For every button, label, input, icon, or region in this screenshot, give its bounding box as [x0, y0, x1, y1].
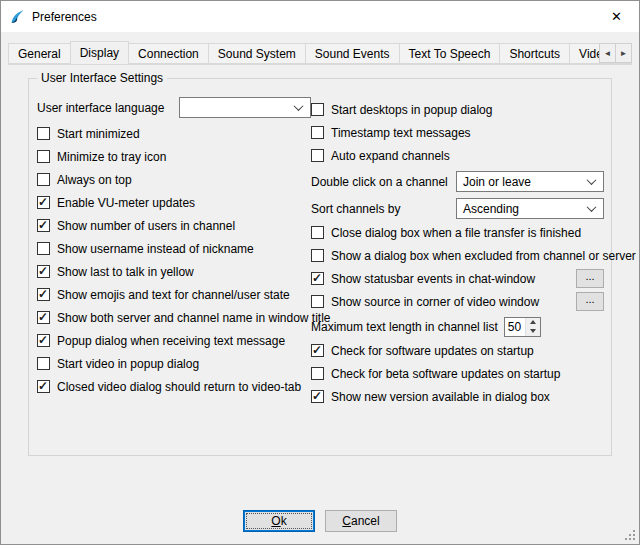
always-on-top-label: Always on top — [57, 173, 132, 187]
video-popup-checkbox[interactable] — [37, 357, 50, 370]
tab-general[interactable]: General — [8, 43, 71, 64]
video-source-checkbox[interactable] — [311, 295, 324, 308]
file-transfer-checkbox[interactable] — [311, 226, 324, 239]
tab-scroll-left-button[interactable]: ◄ — [599, 43, 616, 63]
timestamp-checkbox[interactable] — [311, 126, 324, 139]
beta-updates-row[interactable]: Check for beta software updates on start… — [311, 362, 604, 385]
double-click-row: Double click on a channel Join or leave — [311, 169, 604, 194]
minimize-to-tray-label: Minimize to tray icon — [57, 150, 166, 164]
close-button[interactable]: ✕ — [594, 1, 639, 32]
start-minimized-label: Start minimized — [57, 127, 140, 141]
window-title-row[interactable]: Show both server and channel name in win… — [37, 306, 311, 329]
beta-updates-label: Check for beta software updates on start… — [331, 367, 560, 381]
dialog-buttons: Ok Cancel — [28, 510, 612, 544]
tab-text-to-speech[interactable]: Text To Speech — [399, 43, 501, 64]
file-transfer-row[interactable]: Close dialog box when a file transfer is… — [311, 221, 604, 244]
language-select[interactable] — [179, 97, 311, 118]
tab-display[interactable]: Display — [70, 41, 129, 64]
always-on-top-row[interactable]: Always on top — [37, 168, 311, 191]
new-version-checkbox[interactable] — [311, 390, 324, 403]
minimize-to-tray-row[interactable]: Minimize to tray icon — [37, 145, 311, 168]
chevron-down-icon — [294, 101, 304, 111]
double-click-label: Double click on a channel — [311, 175, 448, 189]
statusbar-events-checkbox[interactable] — [311, 272, 324, 285]
video-return-row[interactable]: Closed video dialog should return to vid… — [37, 375, 311, 398]
minimize-to-tray-checkbox[interactable] — [37, 150, 50, 163]
video-return-checkbox[interactable] — [37, 380, 50, 393]
username-row[interactable]: Show username instead of nickname — [37, 237, 311, 260]
beta-updates-checkbox[interactable] — [311, 367, 324, 380]
left-column: User interface language Start minimized … — [37, 95, 311, 408]
start-minimized-checkbox[interactable] — [37, 127, 50, 140]
double-click-combo[interactable]: Join or leave — [456, 171, 604, 192]
tabs: General Display Connection Sound System … — [8, 41, 632, 64]
statusbar-events-config-button[interactable]: ... — [576, 269, 604, 288]
chevron-down-icon — [587, 175, 597, 185]
tab-connection[interactable]: Connection — [128, 43, 209, 64]
video-return-label: Closed video dialog should return to vid… — [57, 380, 301, 394]
desktops-popup-checkbox[interactable] — [311, 103, 324, 116]
desktops-popup-row[interactable]: Start desktops in popup dialog — [311, 98, 604, 121]
sort-channels-combo[interactable]: Ascending — [456, 198, 604, 219]
software-updates-checkbox[interactable] — [311, 344, 324, 357]
vu-meter-checkbox[interactable] — [37, 196, 50, 209]
software-updates-row[interactable]: Check for software updates on startup — [311, 339, 604, 362]
spinner-up-icon[interactable] — [526, 318, 540, 327]
app-icon — [9, 9, 25, 25]
always-on-top-checkbox[interactable] — [37, 173, 50, 186]
video-popup-row[interactable]: Start video in popup dialog — [37, 352, 311, 375]
auto-expand-row[interactable]: Auto expand channels — [311, 144, 604, 167]
spinner-down-icon[interactable] — [526, 327, 540, 336]
max-text-length-label: Maximum text length in channel list — [311, 320, 498, 334]
new-version-row[interactable]: Show new version available in dialog box — [311, 385, 604, 408]
chevron-down-icon — [587, 202, 597, 212]
timestamp-row[interactable]: Timestamp text messages — [311, 121, 604, 144]
popup-message-row[interactable]: Popup dialog when receiving text message — [37, 329, 311, 352]
emojis-checkbox[interactable] — [37, 288, 50, 301]
user-count-row[interactable]: Show number of users in channel — [37, 214, 311, 237]
username-checkbox[interactable] — [37, 242, 50, 255]
ok-button[interactable]: Ok — [243, 510, 315, 532]
user-count-checkbox[interactable] — [37, 219, 50, 232]
cancel-button[interactable]: Cancel — [325, 510, 397, 532]
user-count-label: Show number of users in channel — [57, 219, 235, 233]
sort-channels-value: Ascending — [463, 202, 588, 216]
window-title-checkbox[interactable] — [37, 311, 50, 324]
emojis-label: Show emojis and text for channel/user st… — [57, 288, 290, 302]
language-label: User interface language — [37, 101, 164, 115]
right-column: Start desktops in popup dialog Timestamp… — [311, 95, 604, 408]
preferences-dialog: Preferences ✕ General Display Connection… — [0, 0, 640, 545]
tab-page-display: User Interface Settings User interface l… — [1, 65, 639, 544]
timestamp-label: Timestamp text messages — [331, 126, 471, 140]
tab-scroll-right-button[interactable]: ► — [615, 43, 632, 63]
excluded-dialog-label: Show a dialog box when excluded from cha… — [331, 249, 636, 263]
excluded-dialog-checkbox[interactable] — [311, 249, 324, 262]
last-talk-label: Show last to talk in yellow — [57, 265, 194, 279]
max-text-length-spinner[interactable]: 50 — [504, 317, 541, 337]
tab-shortcuts[interactable]: Shortcuts — [499, 43, 570, 64]
auto-expand-label: Auto expand channels — [331, 149, 450, 163]
auto-expand-checkbox[interactable] — [311, 149, 324, 162]
titlebar[interactable]: Preferences ✕ — [1, 1, 639, 32]
video-source-config-button[interactable]: ... — [576, 292, 604, 311]
sort-channels-label: Sort channels by — [311, 202, 400, 216]
last-talk-row[interactable]: Show last to talk in yellow — [37, 260, 311, 283]
tab-sound-events[interactable]: Sound Events — [305, 43, 400, 64]
sort-channels-row: Sort channels by Ascending — [311, 196, 604, 221]
vu-meter-label: Enable VU-meter updates — [57, 196, 195, 210]
tab-sound-system[interactable]: Sound System — [208, 43, 306, 64]
vu-meter-row[interactable]: Enable VU-meter updates — [37, 191, 311, 214]
emojis-row[interactable]: Show emojis and text for channel/user st… — [37, 283, 311, 306]
video-popup-label: Start video in popup dialog — [57, 357, 199, 371]
statusbar-events-row[interactable]: Show statusbar events in chat-window ... — [311, 267, 604, 290]
excluded-dialog-row[interactable]: Show a dialog box when excluded from cha… — [311, 244, 604, 267]
popup-message-checkbox[interactable] — [37, 334, 50, 347]
start-minimized-row[interactable]: Start minimized — [37, 122, 311, 145]
max-text-length-value: 50 — [505, 318, 525, 336]
double-click-value: Join or leave — [463, 175, 588, 189]
language-row: User interface language — [37, 95, 311, 120]
desktops-popup-label: Start desktops in popup dialog — [331, 103, 492, 117]
resize-grip[interactable] — [623, 528, 635, 540]
last-talk-checkbox[interactable] — [37, 265, 50, 278]
video-source-row[interactable]: Show source in corner of video window ..… — [311, 290, 604, 313]
